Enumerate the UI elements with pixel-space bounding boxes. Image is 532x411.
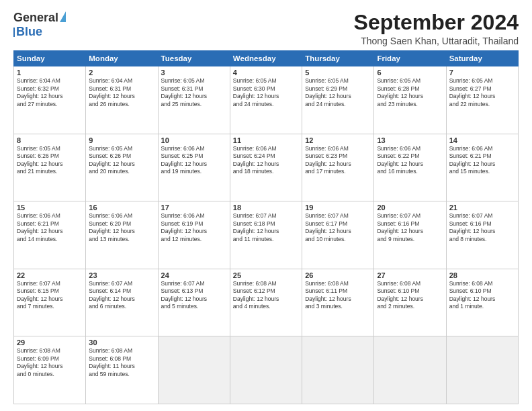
calendar-cell: 3Sunrise: 6:05 AM Sunset: 6:31 PM Daylig… <box>158 66 230 134</box>
calendar-cell: 9Sunrise: 6:05 AM Sunset: 6:26 PM Daylig… <box>86 134 158 201</box>
calendar-cell: 21Sunrise: 6:07 AM Sunset: 6:16 PM Dayli… <box>446 201 518 269</box>
calendar-cell: 2Sunrise: 6:04 AM Sunset: 6:31 PM Daylig… <box>86 66 158 134</box>
day-number: 1 <box>17 68 83 77</box>
cell-data: Sunrise: 6:05 AM Sunset: 6:31 PM Dayligh… <box>161 77 227 108</box>
cell-data: Sunrise: 6:08 AM Sunset: 6:10 PM Dayligh… <box>377 280 443 311</box>
day-number: 14 <box>449 136 515 144</box>
day-number: 29 <box>17 338 83 347</box>
day-number: 25 <box>233 271 299 279</box>
cell-data: Sunrise: 6:07 AM Sunset: 6:16 PM Dayligh… <box>377 212 443 243</box>
location: Thong Saen Khan, Uttaradit, Thailand <box>354 36 519 46</box>
calendar-cell: 19Sunrise: 6:07 AM Sunset: 6:17 PM Dayli… <box>302 201 374 269</box>
month-year: September 2024 <box>354 11 519 34</box>
calendar-cell: 17Sunrise: 6:06 AM Sunset: 6:19 PM Dayli… <box>158 201 230 269</box>
day-number: 2 <box>89 68 154 77</box>
cell-data: Sunrise: 6:06 AM Sunset: 6:25 PM Dayligh… <box>161 145 227 176</box>
cell-data: Sunrise: 6:05 AM Sunset: 6:26 PM Dayligh… <box>17 145 83 176</box>
cell-data: Sunrise: 6:08 AM Sunset: 6:08 PM Dayligh… <box>89 347 154 378</box>
cell-data: Sunrise: 6:05 AM Sunset: 6:30 PM Dayligh… <box>233 77 299 108</box>
calendar-cell: 8Sunrise: 6:05 AM Sunset: 6:26 PM Daylig… <box>14 134 86 201</box>
cell-data: Sunrise: 6:06 AM Sunset: 6:20 PM Dayligh… <box>89 212 154 243</box>
calendar-cell: 20Sunrise: 6:07 AM Sunset: 6:16 PM Dayli… <box>374 201 446 269</box>
day-number: 13 <box>377 136 443 144</box>
cell-data: Sunrise: 6:08 AM Sunset: 6:10 PM Dayligh… <box>449 280 515 311</box>
week-row-1: 1Sunrise: 6:04 AM Sunset: 6:32 PM Daylig… <box>14 66 519 134</box>
day-number: 3 <box>161 68 227 77</box>
day-number: 30 <box>89 338 154 347</box>
calendar-cell: 30Sunrise: 6:08 AM Sunset: 6:08 PM Dayli… <box>86 336 158 404</box>
calendar-cell: 28Sunrise: 6:08 AM Sunset: 6:10 PM Dayli… <box>446 269 518 336</box>
calendar-cell: 22Sunrise: 6:07 AM Sunset: 6:15 PM Dayli… <box>14 269 86 336</box>
header-row: Sunday Monday Tuesday Wednesday Thursday… <box>14 51 519 66</box>
calendar-cell: 26Sunrise: 6:08 AM Sunset: 6:11 PM Dayli… <box>302 269 374 336</box>
calendar-cell: 4Sunrise: 6:05 AM Sunset: 6:30 PM Daylig… <box>230 66 302 134</box>
week-row-4: 22Sunrise: 6:07 AM Sunset: 6:15 PM Dayli… <box>14 269 519 336</box>
calendar-cell <box>446 336 518 404</box>
calendar-cell <box>374 336 446 404</box>
day-number: 24 <box>161 271 227 279</box>
day-number: 28 <box>449 271 515 279</box>
week-row-5: 29Sunrise: 6:08 AM Sunset: 6:09 PM Dayli… <box>14 336 519 404</box>
page: General Blue September 2024 Thong Saen K… <box>0 0 532 411</box>
cell-data: Sunrise: 6:05 AM Sunset: 6:27 PM Dayligh… <box>449 77 515 108</box>
day-number: 27 <box>377 271 443 279</box>
calendar-cell: 15Sunrise: 6:06 AM Sunset: 6:21 PM Dayli… <box>14 201 86 269</box>
cell-data: Sunrise: 6:07 AM Sunset: 6:15 PM Dayligh… <box>17 280 83 311</box>
calendar-cell: 24Sunrise: 6:07 AM Sunset: 6:13 PM Dayli… <box>158 269 230 336</box>
cell-data: Sunrise: 6:04 AM Sunset: 6:32 PM Dayligh… <box>17 77 83 108</box>
cell-data: Sunrise: 6:06 AM Sunset: 6:21 PM Dayligh… <box>449 145 515 176</box>
calendar-cell: 18Sunrise: 6:07 AM Sunset: 6:18 PM Dayli… <box>230 201 302 269</box>
cell-data: Sunrise: 6:05 AM Sunset: 6:28 PM Dayligh… <box>377 77 443 108</box>
col-friday: Friday <box>374 51 446 66</box>
day-number: 15 <box>17 203 83 212</box>
logo-triangle-icon <box>60 11 66 22</box>
day-number: 9 <box>89 136 154 144</box>
cell-data: Sunrise: 6:07 AM Sunset: 6:16 PM Dayligh… <box>449 212 515 243</box>
col-monday: Monday <box>86 51 158 66</box>
cell-data: Sunrise: 6:06 AM Sunset: 6:24 PM Dayligh… <box>233 145 299 176</box>
calendar-cell: 25Sunrise: 6:08 AM Sunset: 6:12 PM Dayli… <box>230 269 302 336</box>
cell-data: Sunrise: 6:07 AM Sunset: 6:18 PM Dayligh… <box>233 212 299 243</box>
day-number: 17 <box>161 203 227 212</box>
title-block: September 2024 Thong Saen Khan, Uttaradi… <box>354 11 519 46</box>
calendar-cell: 7Sunrise: 6:05 AM Sunset: 6:27 PM Daylig… <box>446 66 518 134</box>
calendar-cell <box>158 336 230 404</box>
calendar-cell: 13Sunrise: 6:06 AM Sunset: 6:22 PM Dayli… <box>374 134 446 201</box>
logo-blue: Blue <box>16 25 42 39</box>
calendar-cell: 29Sunrise: 6:08 AM Sunset: 6:09 PM Dayli… <box>14 336 86 404</box>
col-wednesday: Wednesday <box>230 51 302 66</box>
week-row-3: 15Sunrise: 6:06 AM Sunset: 6:21 PM Dayli… <box>14 201 519 269</box>
day-number: 6 <box>377 68 443 77</box>
cell-data: Sunrise: 6:07 AM Sunset: 6:17 PM Dayligh… <box>305 212 371 243</box>
day-number: 7 <box>449 68 515 77</box>
calendar-cell <box>302 336 374 404</box>
day-number: 26 <box>305 271 371 279</box>
day-number: 8 <box>17 136 83 144</box>
day-number: 4 <box>233 68 299 77</box>
logo: General Blue <box>13 11 66 39</box>
cell-data: Sunrise: 6:04 AM Sunset: 6:31 PM Dayligh… <box>89 77 154 108</box>
day-number: 23 <box>89 271 154 279</box>
calendar-cell: 10Sunrise: 6:06 AM Sunset: 6:25 PM Dayli… <box>158 134 230 201</box>
day-number: 20 <box>377 203 443 212</box>
cell-data: Sunrise: 6:06 AM Sunset: 6:22 PM Dayligh… <box>377 145 443 176</box>
day-number: 11 <box>233 136 299 144</box>
logo-general: General <box>13 11 58 25</box>
col-thursday: Thursday <box>302 51 374 66</box>
cell-data: Sunrise: 6:07 AM Sunset: 6:14 PM Dayligh… <box>89 280 154 311</box>
calendar-cell: 27Sunrise: 6:08 AM Sunset: 6:10 PM Dayli… <box>374 269 446 336</box>
cell-data: Sunrise: 6:05 AM Sunset: 6:26 PM Dayligh… <box>89 145 154 176</box>
cell-data: Sunrise: 6:06 AM Sunset: 6:21 PM Dayligh… <box>17 212 83 243</box>
cell-data: Sunrise: 6:08 AM Sunset: 6:12 PM Dayligh… <box>233 280 299 311</box>
calendar-cell: 14Sunrise: 6:06 AM Sunset: 6:21 PM Dayli… <box>446 134 518 201</box>
week-row-2: 8Sunrise: 6:05 AM Sunset: 6:26 PM Daylig… <box>14 134 519 201</box>
cell-data: Sunrise: 6:06 AM Sunset: 6:23 PM Dayligh… <box>305 145 371 176</box>
header: General Blue September 2024 Thong Saen K… <box>13 11 519 46</box>
day-number: 12 <box>305 136 371 144</box>
calendar-cell: 12Sunrise: 6:06 AM Sunset: 6:23 PM Dayli… <box>302 134 374 201</box>
calendar-cell: 5Sunrise: 6:05 AM Sunset: 6:29 PM Daylig… <box>302 66 374 134</box>
calendar-cell: 11Sunrise: 6:06 AM Sunset: 6:24 PM Dayli… <box>230 134 302 201</box>
col-sunday: Sunday <box>14 51 86 66</box>
cell-data: Sunrise: 6:08 AM Sunset: 6:09 PM Dayligh… <box>17 347 83 378</box>
calendar-cell <box>230 336 302 404</box>
